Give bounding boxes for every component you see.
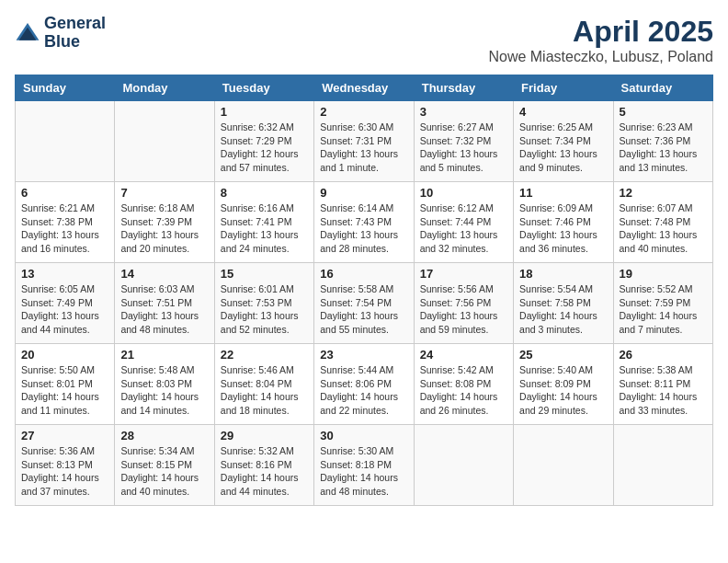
day-cell: 15Sunrise: 6:01 AM Sunset: 7:53 PM Dayli… <box>214 263 313 344</box>
logo: General Blue <box>15 15 106 52</box>
calendar-subtitle: Nowe Miasteczko, Lubusz, Poland <box>488 49 713 65</box>
day-number: 4 <box>519 105 607 119</box>
title-block: April 2025 Nowe Miasteczko, Lubusz, Pola… <box>488 15 713 65</box>
day-number: 10 <box>420 186 507 200</box>
day-cell: 1Sunrise: 6:32 AM Sunset: 7:29 PM Daylig… <box>214 101 313 182</box>
calendar-body: 1Sunrise: 6:32 AM Sunset: 7:29 PM Daylig… <box>16 101 713 506</box>
day-number: 19 <box>620 267 707 281</box>
week-row-4: 20Sunrise: 5:50 AM Sunset: 8:01 PM Dayli… <box>16 344 713 425</box>
day-cell: 21Sunrise: 5:48 AM Sunset: 8:03 PM Dayli… <box>115 344 214 425</box>
day-cell: 7Sunrise: 6:18 AM Sunset: 7:39 PM Daylig… <box>115 182 214 263</box>
day-cell: 24Sunrise: 5:42 AM Sunset: 8:08 PM Dayli… <box>414 344 513 425</box>
header-cell-monday: Monday <box>115 75 214 101</box>
day-cell: 26Sunrise: 5:38 AM Sunset: 8:11 PM Dayli… <box>613 344 712 425</box>
day-number: 27 <box>21 429 108 442</box>
logo-text: General Blue <box>44 15 106 52</box>
day-cell: 22Sunrise: 5:46 AM Sunset: 8:04 PM Dayli… <box>214 344 313 425</box>
header-cell-sunday: Sunday <box>16 75 115 101</box>
header-cell-saturday: Saturday <box>613 75 712 101</box>
day-cell: 16Sunrise: 5:58 AM Sunset: 7:54 PM Dayli… <box>314 263 414 344</box>
day-info: Sunrise: 5:58 AM Sunset: 7:54 PM Dayligh… <box>320 282 407 337</box>
day-info: Sunrise: 6:12 AM Sunset: 7:44 PM Dayligh… <box>420 201 507 256</box>
day-cell <box>414 425 513 506</box>
day-cell: 30Sunrise: 5:30 AM Sunset: 8:18 PM Dayli… <box>314 425 414 506</box>
day-cell: 17Sunrise: 5:56 AM Sunset: 7:56 PM Dayli… <box>414 263 513 344</box>
day-cell: 23Sunrise: 5:44 AM Sunset: 8:06 PM Dayli… <box>314 344 414 425</box>
day-number: 23 <box>320 348 407 362</box>
day-cell: 18Sunrise: 5:54 AM Sunset: 7:58 PM Dayli… <box>514 263 613 344</box>
week-row-5: 27Sunrise: 5:36 AM Sunset: 8:13 PM Dayli… <box>16 425 713 506</box>
day-cell: 19Sunrise: 5:52 AM Sunset: 7:59 PM Dayli… <box>613 263 712 344</box>
day-number: 24 <box>420 348 507 362</box>
day-info: Sunrise: 6:18 AM Sunset: 7:39 PM Dayligh… <box>120 201 208 256</box>
day-info: Sunrise: 6:16 AM Sunset: 7:41 PM Dayligh… <box>221 201 308 256</box>
day-info: Sunrise: 5:44 AM Sunset: 8:06 PM Dayligh… <box>320 363 407 418</box>
day-cell: 12Sunrise: 6:07 AM Sunset: 7:48 PM Dayli… <box>613 182 712 263</box>
day-info: Sunrise: 5:48 AM Sunset: 8:03 PM Dayligh… <box>120 363 208 418</box>
day-info: Sunrise: 6:23 AM Sunset: 7:36 PM Dayligh… <box>620 121 707 175</box>
day-number: 3 <box>420 105 507 119</box>
day-cell: 5Sunrise: 6:23 AM Sunset: 7:36 PM Daylig… <box>613 101 712 182</box>
day-number: 18 <box>519 267 607 281</box>
day-info: Sunrise: 6:27 AM Sunset: 7:32 PM Dayligh… <box>420 121 507 175</box>
day-info: Sunrise: 5:36 AM Sunset: 8:13 PM Dayligh… <box>21 444 108 499</box>
day-info: Sunrise: 5:54 AM Sunset: 7:58 PM Dayligh… <box>519 282 607 337</box>
day-number: 29 <box>221 429 308 442</box>
day-info: Sunrise: 5:32 AM Sunset: 8:16 PM Dayligh… <box>221 444 308 499</box>
day-number: 26 <box>620 348 707 362</box>
page-header: General Blue April 2025 Nowe Miasteczko,… <box>15 15 713 65</box>
logo-icon <box>15 20 40 46</box>
day-info: Sunrise: 5:52 AM Sunset: 7:59 PM Dayligh… <box>620 282 707 337</box>
header-row: SundayMondayTuesdayWednesdayThursdayFrid… <box>16 75 713 101</box>
day-number: 16 <box>320 267 407 281</box>
week-row-3: 13Sunrise: 6:05 AM Sunset: 7:49 PM Dayli… <box>16 263 713 344</box>
day-number: 30 <box>320 429 407 442</box>
header-cell-thursday: Thursday <box>414 75 513 101</box>
day-info: Sunrise: 5:40 AM Sunset: 8:09 PM Dayligh… <box>519 363 607 418</box>
day-number: 13 <box>21 267 108 281</box>
header-cell-wednesday: Wednesday <box>314 75 414 101</box>
week-row-2: 6Sunrise: 6:21 AM Sunset: 7:38 PM Daylig… <box>16 182 713 263</box>
day-info: Sunrise: 6:32 AM Sunset: 7:29 PM Dayligh… <box>221 121 308 175</box>
day-number: 5 <box>620 105 707 119</box>
day-number: 12 <box>620 186 707 200</box>
day-number: 21 <box>120 348 208 362</box>
day-number: 7 <box>120 186 208 200</box>
day-number: 15 <box>221 267 308 281</box>
day-number: 1 <box>221 105 308 119</box>
day-cell: 20Sunrise: 5:50 AM Sunset: 8:01 PM Dayli… <box>16 344 115 425</box>
day-cell: 4Sunrise: 6:25 AM Sunset: 7:34 PM Daylig… <box>514 101 613 182</box>
day-cell: 9Sunrise: 6:14 AM Sunset: 7:43 PM Daylig… <box>314 182 414 263</box>
day-cell: 3Sunrise: 6:27 AM Sunset: 7:32 PM Daylig… <box>414 101 513 182</box>
day-cell <box>514 425 613 506</box>
day-info: Sunrise: 6:07 AM Sunset: 7:48 PM Dayligh… <box>620 201 707 256</box>
day-info: Sunrise: 6:21 AM Sunset: 7:38 PM Dayligh… <box>21 201 108 256</box>
day-info: Sunrise: 6:30 AM Sunset: 7:31 PM Dayligh… <box>320 121 407 175</box>
day-cell: 11Sunrise: 6:09 AM Sunset: 7:46 PM Dayli… <box>514 182 613 263</box>
day-info: Sunrise: 6:14 AM Sunset: 7:43 PM Dayligh… <box>320 201 407 256</box>
day-info: Sunrise: 5:30 AM Sunset: 8:18 PM Dayligh… <box>320 444 407 499</box>
day-cell: 25Sunrise: 5:40 AM Sunset: 8:09 PM Dayli… <box>514 344 613 425</box>
day-cell: 13Sunrise: 6:05 AM Sunset: 7:49 PM Dayli… <box>16 263 115 344</box>
day-number: 8 <box>221 186 308 200</box>
day-cell: 14Sunrise: 6:03 AM Sunset: 7:51 PM Dayli… <box>115 263 214 344</box>
day-cell: 2Sunrise: 6:30 AM Sunset: 7:31 PM Daylig… <box>314 101 414 182</box>
day-info: Sunrise: 5:34 AM Sunset: 8:15 PM Dayligh… <box>120 444 208 499</box>
day-cell <box>115 101 214 182</box>
day-number: 22 <box>221 348 308 362</box>
day-cell <box>16 101 115 182</box>
day-info: Sunrise: 6:05 AM Sunset: 7:49 PM Dayligh… <box>21 282 108 337</box>
day-cell: 28Sunrise: 5:34 AM Sunset: 8:15 PM Dayli… <box>115 425 214 506</box>
day-cell: 8Sunrise: 6:16 AM Sunset: 7:41 PM Daylig… <box>214 182 313 263</box>
header-cell-friday: Friday <box>514 75 613 101</box>
day-number: 11 <box>519 186 607 200</box>
day-info: Sunrise: 6:03 AM Sunset: 7:51 PM Dayligh… <box>120 282 208 337</box>
calendar-header: SundayMondayTuesdayWednesdayThursdayFrid… <box>16 75 713 101</box>
day-cell: 27Sunrise: 5:36 AM Sunset: 8:13 PM Dayli… <box>16 425 115 506</box>
day-info: Sunrise: 6:01 AM Sunset: 7:53 PM Dayligh… <box>221 282 308 337</box>
day-cell: 10Sunrise: 6:12 AM Sunset: 7:44 PM Dayli… <box>414 182 513 263</box>
day-cell: 29Sunrise: 5:32 AM Sunset: 8:16 PM Dayli… <box>214 425 313 506</box>
day-info: Sunrise: 5:46 AM Sunset: 8:04 PM Dayligh… <box>221 363 308 418</box>
header-cell-tuesday: Tuesday <box>214 75 313 101</box>
day-cell: 6Sunrise: 6:21 AM Sunset: 7:38 PM Daylig… <box>16 182 115 263</box>
